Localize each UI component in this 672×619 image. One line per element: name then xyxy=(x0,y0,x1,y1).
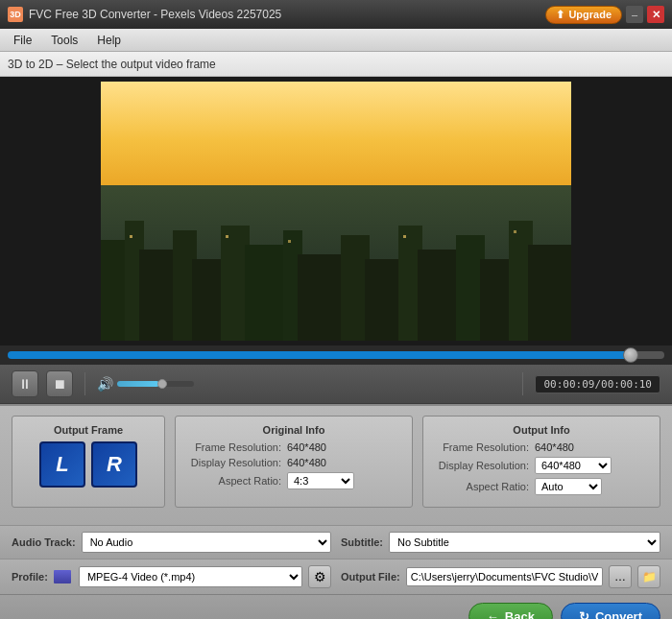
orig-display-res-label: Display Resolution: xyxy=(185,457,281,468)
svg-rect-10 xyxy=(365,259,403,341)
svg-rect-16 xyxy=(528,245,571,341)
seek-bar[interactable] xyxy=(8,351,664,359)
profile-output-row: Profile: MPEG-4 Video (*.mp4) AVI Video … xyxy=(0,559,672,594)
controls-bar: ⏸ ⏹ 🔊 00:00:09/00:00:10 xyxy=(0,365,672,404)
output-file-group: Output File: … 📁 xyxy=(341,565,660,588)
out-frame-res-label: Frame Resolution: xyxy=(433,441,529,453)
output-info-title: Output Info xyxy=(433,424,650,436)
back-label: Back xyxy=(505,609,535,619)
window-title: FVC Free 3D Converter - Pexels Videos 22… xyxy=(29,8,281,21)
upgrade-label: Upgrade xyxy=(568,9,612,20)
orig-display-res-value: 640*480 xyxy=(287,457,326,468)
folder-button[interactable]: 📁 xyxy=(637,565,660,588)
original-info-box: Original Info Frame Resolution: 640*480 … xyxy=(175,416,413,508)
upgrade-icon: ⬆ xyxy=(556,9,564,21)
convert-icon: ↻ xyxy=(579,609,589,619)
time-total: 00:00:10 xyxy=(601,378,652,391)
frame-buttons: L R xyxy=(22,441,155,488)
svg-rect-21 xyxy=(514,230,516,233)
original-info-title: Original Info xyxy=(185,424,402,436)
svg-rect-20 xyxy=(403,235,406,238)
breadcrumb-text: 3D to 2D – Select the output video frame xyxy=(8,58,216,71)
svg-rect-8 xyxy=(298,254,346,341)
menu-help[interactable]: Help xyxy=(87,32,131,49)
orig-aspect-row: Aspect Ratio: 4:3 16:9 xyxy=(185,472,402,489)
video-frame xyxy=(101,82,571,341)
right-frame-button[interactable]: R xyxy=(91,441,137,488)
audio-subtitle-row: Audio Track: No Audio Track 1 Subtitle: … xyxy=(0,525,672,559)
orig-frame-res-value: 640*480 xyxy=(287,441,326,453)
orig-aspect-label: Aspect Ratio: xyxy=(185,475,281,487)
orig-frame-res-row: Frame Resolution: 640*480 xyxy=(185,441,402,453)
output-file-label: Output File: xyxy=(341,571,400,583)
seek-bar-container xyxy=(0,345,672,365)
profile-group: Profile: MPEG-4 Video (*.mp4) AVI Video … xyxy=(12,565,331,588)
output-file-input[interactable] xyxy=(406,567,603,586)
profile-select[interactable]: MPEG-4 Video (*.mp4) AVI Video (*.avi) xyxy=(79,566,302,587)
out-aspect-row: Aspect Ratio: Auto 4:3 16:9 xyxy=(433,478,650,495)
out-aspect-select[interactable]: Auto 4:3 16:9 xyxy=(535,478,602,495)
upgrade-button[interactable]: ⬆ Upgrade xyxy=(545,6,622,24)
pause-button[interactable]: ⏸ xyxy=(12,370,38,397)
menu-bar: File Tools Help xyxy=(0,29,672,52)
time-display: 00:00:09/00:00:10 xyxy=(535,375,660,393)
orig-display-res-row: Display Resolution: 640*480 xyxy=(185,457,402,468)
out-display-res-select[interactable]: 640*480 1280*720 1920*1080 xyxy=(535,457,612,474)
audio-track-group: Audio Track: No Audio Track 1 xyxy=(12,532,331,553)
svg-rect-14 xyxy=(480,259,514,341)
svg-rect-4 xyxy=(192,259,226,341)
output-info-box: Output Info Frame Resolution: 640*480 Di… xyxy=(422,416,660,508)
audio-track-label: Audio Track: xyxy=(12,536,76,548)
audio-track-select[interactable]: No Audio Track 1 xyxy=(82,532,331,553)
options-row-1: Output Frame L R Original Info Frame Res… xyxy=(12,416,660,508)
subtitle-label: Subtitle: xyxy=(341,536,383,548)
volume-thumb[interactable] xyxy=(157,379,167,389)
out-frame-res-row: Frame Resolution: 640*480 xyxy=(433,441,650,453)
out-display-res-row: Display Resolution: 640*480 1280*720 192… xyxy=(433,457,650,474)
title-bar-left: 3D FVC Free 3D Converter - Pexels Videos… xyxy=(8,7,281,22)
title-bar: 3D FVC Free 3D Converter - Pexels Videos… xyxy=(0,0,672,29)
orig-aspect-select[interactable]: 4:3 16:9 xyxy=(287,472,354,489)
close-button[interactable]: ✕ xyxy=(647,6,664,23)
svg-rect-18 xyxy=(226,235,228,238)
stop-button[interactable]: ⏹ xyxy=(46,370,73,397)
subtitle-select[interactable]: No Subtitle Track 1 xyxy=(389,532,660,553)
volume-area: 🔊 xyxy=(97,376,511,392)
back-button[interactable]: ← Back xyxy=(468,603,553,619)
out-aspect-label: Aspect Ratio: xyxy=(433,481,529,492)
back-icon: ← xyxy=(487,609,499,619)
app-icon: 3D xyxy=(8,7,23,22)
profile-label: Profile: xyxy=(12,571,48,583)
title-bar-controls: ⬆ Upgrade – ✕ xyxy=(545,6,664,24)
options-panel: Output Frame L R Original Info Frame Res… xyxy=(0,404,672,525)
main-content: ⏸ ⏹ 🔊 00:00:09/00:00:10 xyxy=(0,77,672,404)
convert-button[interactable]: ↻ Convert xyxy=(561,603,660,619)
seek-thumb[interactable] xyxy=(623,347,638,363)
svg-rect-17 xyxy=(130,235,132,238)
profile-icon xyxy=(54,570,71,583)
separator-1 xyxy=(84,372,85,395)
menu-file[interactable]: File xyxy=(4,32,41,49)
volume-bar[interactable] xyxy=(117,381,194,387)
browse-button[interactable]: … xyxy=(609,565,632,588)
volume-fill xyxy=(117,381,159,387)
breadcrumb: 3D to 2D – Select the output video frame xyxy=(0,52,672,77)
svg-rect-12 xyxy=(418,250,461,341)
svg-rect-2 xyxy=(139,250,178,341)
out-frame-res-value: 640*480 xyxy=(535,441,574,453)
action-bar: ← Back ↻ Convert xyxy=(0,594,672,619)
profile-settings-button[interactable]: ⚙ xyxy=(308,565,331,588)
video-city xyxy=(101,185,571,341)
video-area xyxy=(0,77,672,345)
time-current: 00:00:09 xyxy=(543,378,594,391)
convert-label: Convert xyxy=(595,609,642,619)
output-frame-title: Output Frame xyxy=(22,424,155,436)
menu-tools[interactable]: Tools xyxy=(41,32,87,49)
left-frame-button[interactable]: L xyxy=(39,441,85,488)
orig-frame-res-label: Frame Resolution: xyxy=(185,441,281,453)
subtitle-group: Subtitle: No Subtitle Track 1 xyxy=(341,532,660,553)
output-frame-box: Output Frame L R xyxy=(12,416,165,508)
minimize-button[interactable]: – xyxy=(626,6,643,23)
separator-2 xyxy=(522,372,523,395)
out-display-res-label: Display Resolution: xyxy=(433,460,529,471)
